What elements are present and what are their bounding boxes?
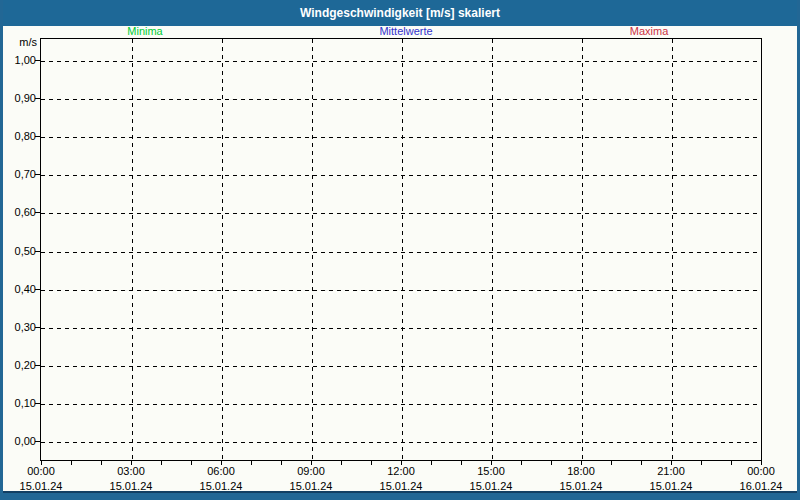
y-tick-label: 0,50 — [3, 245, 36, 258]
y-gridline — [41, 175, 761, 176]
x-hour-tick-mark — [521, 461, 522, 465]
chart-title: Windgeschwindigkeit [m/s] skaliert — [300, 6, 500, 20]
x-hour-tick-mark — [221, 461, 222, 465]
x-hour-tick-mark — [191, 461, 192, 465]
chart-window: Windgeschwindigkeit [m/s] skaliert Minim… — [0, 0, 800, 500]
x-hour-tick-mark — [401, 461, 402, 465]
y-tick-label: 0,80 — [3, 130, 36, 143]
x-date-label: 15.01.24 — [549, 480, 613, 492]
y-gridline — [41, 328, 761, 329]
y-tick-label: 0,40 — [3, 283, 36, 296]
x-time-label: 00:00 — [731, 465, 791, 477]
x-hour-tick-mark — [461, 461, 462, 465]
legend-item-mittelwerte: Mittelwerte — [379, 25, 432, 38]
y-gridline — [41, 290, 761, 291]
x-time-label: 21:00 — [641, 465, 701, 477]
y-tick-label: 0,30 — [3, 321, 36, 334]
y-gridline — [41, 213, 761, 214]
y-gridline — [41, 442, 761, 443]
x-gridline — [492, 39, 493, 460]
x-date-label: 15.01.24 — [9, 480, 73, 492]
x-gridline — [312, 39, 313, 460]
x-hour-tick-mark — [431, 461, 432, 465]
x-hour-tick-mark — [101, 461, 102, 465]
x-time-label: 15:00 — [461, 465, 521, 477]
x-gridline — [402, 39, 403, 460]
x-date-label: 15.01.24 — [639, 480, 703, 492]
y-gridline — [41, 366, 761, 367]
x-time-label: 00:00 — [11, 465, 71, 477]
x-hour-tick-mark — [701, 461, 702, 465]
x-hour-tick-mark — [341, 461, 342, 465]
x-gridline — [132, 39, 133, 460]
title-bar: Windgeschwindigkeit [m/s] skaliert — [3, 0, 797, 26]
y-tick-label: 1,00 — [3, 54, 36, 67]
legend-item-minima: Minima — [127, 25, 162, 38]
y-tick-label: 0,20 — [3, 359, 36, 372]
x-gridline — [582, 39, 583, 460]
x-date-label: 15.01.24 — [189, 480, 253, 492]
x-time-label: 06:00 — [191, 465, 251, 477]
x-hour-tick-mark — [71, 461, 72, 465]
plot-area — [40, 38, 762, 461]
x-hour-tick-mark — [731, 461, 732, 465]
x-hour-tick-mark — [641, 461, 642, 465]
y-axis-unit-label: m/s — [3, 36, 37, 48]
x-date-label: 15.01.24 — [279, 480, 343, 492]
x-hour-tick-mark — [41, 461, 42, 465]
chart-panel: Windgeschwindigkeit [m/s] skaliert Minim… — [3, 0, 797, 493]
x-date-label: 15.01.24 — [369, 480, 433, 492]
x-hour-tick-mark — [761, 461, 762, 465]
x-hour-tick-mark — [371, 461, 372, 465]
x-hour-tick-mark — [671, 461, 672, 465]
y-gridline — [41, 61, 761, 62]
x-hour-tick-mark — [491, 461, 492, 465]
x-time-label: 03:00 — [101, 465, 161, 477]
y-tick-label: 0,60 — [3, 206, 36, 219]
y-gridline — [41, 252, 761, 253]
y-tick-label: 0,10 — [3, 397, 36, 410]
x-hour-tick-mark — [131, 461, 132, 465]
x-hour-tick-mark — [161, 461, 162, 465]
y-tick-label: 0,90 — [3, 92, 36, 105]
x-gridline — [222, 39, 223, 460]
x-time-label: 18:00 — [551, 465, 611, 477]
y-tick-label: 0,70 — [3, 168, 36, 181]
x-hour-tick-mark — [581, 461, 582, 465]
x-gridline — [672, 39, 673, 460]
x-hour-tick-mark — [551, 461, 552, 465]
x-time-label: 09:00 — [281, 465, 341, 477]
x-hour-tick-mark — [611, 461, 612, 465]
x-hour-tick-mark — [251, 461, 252, 465]
y-gridline — [41, 137, 761, 138]
x-time-label: 12:00 — [371, 465, 431, 477]
x-date-label: 15.01.24 — [99, 480, 163, 492]
x-date-label: 15.01.24 — [459, 480, 523, 492]
y-gridline — [41, 99, 761, 100]
x-date-label: 16.01.24 — [729, 480, 793, 492]
x-hour-tick-mark — [311, 461, 312, 465]
x-hour-tick-mark — [281, 461, 282, 465]
legend-item-maxima: Maxima — [630, 25, 669, 38]
y-gridline — [41, 404, 761, 405]
y-tick-label: 0,00 — [3, 435, 36, 448]
